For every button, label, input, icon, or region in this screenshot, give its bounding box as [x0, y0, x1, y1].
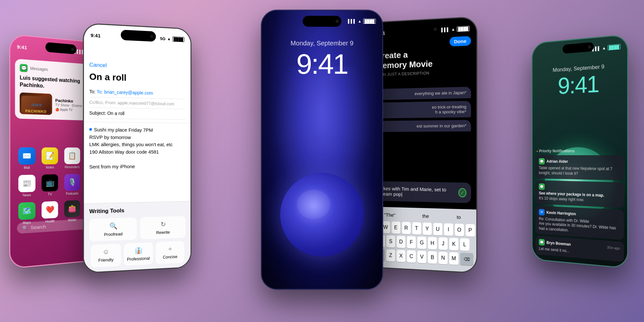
key-v[interactable]: V [417, 251, 426, 263]
volume-down-btn-4[interactable] [477, 91, 477, 103]
key-delete[interactable]: ⌫ [460, 252, 473, 266]
key-r[interactable]: R [402, 222, 411, 234]
notif-card-2[interactable]: 💬 See where your package is on a map.It'… [535, 180, 624, 208]
key-s[interactable]: S [386, 235, 395, 248]
key-g[interactable]: G [417, 236, 426, 249]
phones-container: 9:41 ▌▌▌▌ ▲ ████ 💬 Messages Luis suggest… [0, 0, 644, 322]
app-tv[interactable]: 📺 TV [42, 174, 58, 196]
rewrite-button[interactable]: ↻ Rewrite [140, 216, 186, 240]
notes-label: Notes [46, 166, 54, 169]
email-body[interactable]: Sushi my place Friday 7PM RSVP by tomorr… [84, 122, 191, 175]
time-2: 9:41 [90, 32, 100, 38]
keyboard-rows: Q W E R T Y U I O P A S D [371, 221, 475, 266]
key-p[interactable]: P [466, 224, 475, 237]
app-podcasts[interactable]: 🎙️ Podcasts [64, 174, 80, 196]
volume-down-btn-2[interactable] [83, 98, 84, 109]
phone-email: 9:41 5G ▲ ████ Cancel On a roll To: To: … [83, 23, 192, 273]
key-x[interactable]: X [397, 250, 405, 262]
message-3: Re: Consultation with Dr. WildeAre you a… [539, 216, 620, 236]
done-button[interactable]: Done [450, 36, 471, 46]
signal-3: ▌▌▌ [348, 19, 356, 24]
app-mail[interactable]: ✉️ Mail [18, 147, 35, 170]
status-icons-3: ▌▌▌ ▲ ████ [348, 19, 376, 24]
camera-dot-2 [150, 35, 153, 38]
writing-tools-row2: ☺ Friendly 👔 Professional ÷ Concise [89, 241, 185, 268]
priority-header: ● Priority Notifications [535, 149, 624, 154]
app-notes[interactable]: 📝 Notes [42, 147, 58, 169]
podcasts-label: Podcasts [66, 192, 79, 195]
suggestion-1[interactable]: "The" [380, 211, 399, 219]
key-o[interactable]: O [455, 223, 464, 236]
notif-card-4[interactable]: 💬 Bryn Bowman 35m ago Let me send it no.… [535, 236, 624, 262]
volume-up-btn[interactable] [9, 95, 10, 107]
chat-bubble-3: est summer in our garden* [375, 120, 471, 132]
notif-card-1[interactable]: 💬 Adrian Alder Table opened at that new … [535, 155, 624, 181]
key-e[interactable]: E [392, 222, 400, 234]
checkmark-btn[interactable]: ✓ [458, 188, 466, 197]
phone-email-screen: 9:41 5G ▲ ████ Cancel On a roll To: To: … [84, 24, 191, 272]
volume-up-btn-4[interactable] [477, 77, 477, 88]
phone-blue-center: ▌▌▌ ▲ ████ Monday, September 9 9:41 [261, 10, 383, 290]
key-m[interactable]: M [449, 252, 459, 265]
notif-card-3[interactable]: ✉ Kevin Harrington Re: Consultation with… [535, 205, 624, 240]
key-i[interactable]: I [444, 223, 453, 236]
health-icon: ❤️ [42, 201, 58, 219]
app-reminders[interactable]: 📋 Reminders [64, 147, 80, 169]
memory-input-box[interactable]: Hikes with Tim and Marie, set to dream p… [375, 181, 471, 203]
phone-blue-screen: ▌▌▌ ▲ ████ Monday, September 9 9:41 [262, 11, 382, 289]
pachinko-image: 👥👥👥 PACHINKO [20, 92, 52, 115]
message-2: See where your package is on a map.It's … [539, 191, 620, 204]
reminders-icon: 📋 [64, 147, 80, 164]
key-u[interactable]: U [433, 223, 442, 235]
battery-3: ████ [363, 19, 376, 24]
key-j[interactable]: J [439, 237, 448, 250]
email-subject-field[interactable]: Subject: On a roll [89, 108, 185, 119]
time-display: 9:41 [17, 44, 27, 50]
notes-icon: 📝 [42, 147, 58, 165]
key-b[interactable]: B [428, 251, 437, 264]
key-y[interactable]: Y [422, 223, 431, 235]
key-d[interactable]: D [397, 236, 405, 248]
proofread-icon: 🔍 [109, 222, 117, 230]
key-h[interactable]: H [428, 237, 437, 250]
volume-down-btn-5[interactable] [628, 102, 628, 113]
professional-button[interactable]: 👔 Professional [124, 242, 153, 266]
status-icons-2: 5G ▲ ████ [160, 36, 184, 42]
suggestion-2[interactable]: the [419, 212, 433, 220]
msg-icon-2: 💬 [539, 184, 545, 190]
dynamic-island-4 [404, 24, 440, 36]
cancel-button[interactable]: Cancel [89, 62, 185, 71]
key-k[interactable]: K [449, 238, 459, 251]
proofread-button[interactable]: 🔍 Proofread [89, 217, 137, 242]
key-f[interactable]: F [407, 236, 416, 249]
mail-icon: ✉️ [18, 147, 35, 165]
key-z[interactable]: Z [386, 249, 395, 262]
app-news[interactable]: 📰 News [18, 175, 35, 197]
camera-dot [71, 48, 74, 51]
email-cc-field[interactable]: Cc/Bcc, From: apple.marcom077@icloud.com [89, 97, 185, 109]
volume-up-btn-5[interactable] [628, 89, 628, 99]
input-text: Hikes with Tim and Marie, set to dream p… [379, 186, 458, 198]
priority-dot: ● [536, 150, 538, 153]
phone-ai-screen: 9:41 ▌▌▌ ▲ ████ Done Create a Memory Mov… [370, 17, 476, 272]
email-compose: Cancel On a roll To: To: brian_carey@app… [84, 24, 191, 272]
concise-button[interactable]: ÷ Concise [156, 241, 184, 264]
podcasts-icon: 🎙️ [64, 174, 80, 191]
msg-icon-1: 💬 [539, 158, 545, 165]
lock-date: Monday, September 9 [262, 40, 382, 47]
volume-up-btn-2[interactable] [83, 83, 84, 95]
phone-ai: 9:41 ▌▌▌ ▲ ████ Done Create a Memory Mov… [369, 16, 478, 274]
search-icon: 🔍 [22, 225, 28, 231]
key-n[interactable]: N [439, 251, 448, 264]
volume-down-btn[interactable] [9, 110, 10, 122]
key-l[interactable]: L [460, 238, 469, 251]
power-btn-5[interactable] [532, 98, 532, 114]
phone-green-screen: ▌▌▌ ▲ ████ Monday, September 9 9:41 ● Pr… [533, 35, 627, 268]
messages-app-label: Messages [30, 66, 48, 72]
friendly-button[interactable]: ☺ Friendly [90, 243, 121, 267]
key-t[interactable]: T [412, 222, 421, 235]
professional-label: Professional [127, 256, 150, 261]
power-btn-2[interactable] [191, 91, 192, 108]
suggestion-3[interactable]: to [453, 213, 465, 222]
key-c[interactable]: C [407, 250, 416, 263]
